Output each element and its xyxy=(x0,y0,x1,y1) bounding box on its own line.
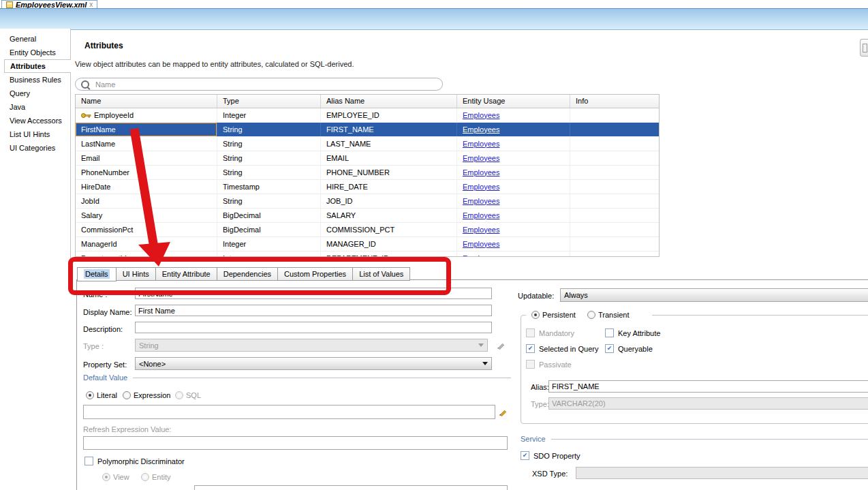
alias-label: Alias: xyxy=(531,382,549,393)
column-header-info[interactable]: Info xyxy=(570,95,659,108)
sql-radio[interactable] xyxy=(175,391,183,399)
transient-radio-label: Transient xyxy=(598,309,629,320)
attr-info xyxy=(570,237,659,251)
column-header-type[interactable]: Type xyxy=(217,95,321,108)
sidebar: General Entity Objects Attributes Busine… xyxy=(0,29,71,262)
view-radio[interactable] xyxy=(102,473,110,481)
attr-type: String xyxy=(217,137,321,151)
table-header-row: Name Type Alias Name Entity Usage Info xyxy=(76,95,659,108)
attr-alias: COMMISSION_PCT xyxy=(321,223,457,236)
table-row[interactable]: CommissionPct BigDecimal COMMISSION_PCT … xyxy=(76,223,659,237)
attr-name: PhoneNumber xyxy=(76,166,217,179)
attr-type: Integer xyxy=(217,108,321,122)
attr-info xyxy=(570,194,659,208)
entity-radio-label: Entity xyxy=(152,472,171,483)
attr-type: Timestamp xyxy=(217,180,321,194)
persistent-radio[interactable] xyxy=(531,311,540,319)
attr-alias: LAST_NAME xyxy=(321,137,457,151)
type-select[interactable]: String xyxy=(135,339,488,352)
queryable-checkbox[interactable] xyxy=(605,344,614,353)
attr-type: Integer xyxy=(217,251,321,257)
key-attribute-checkbox[interactable] xyxy=(605,328,614,337)
sidebar-item-view-accessors[interactable]: View Accessors xyxy=(4,114,70,127)
table-row[interactable]: Email String EMAIL Employees xyxy=(76,151,659,166)
panel-corner-button[interactable] xyxy=(860,39,868,57)
table-row[interactable]: EmployeeId Integer EMPLOYEE_ID Employees xyxy=(76,108,659,123)
table-row[interactable]: Salary BigDecimal SALARY Employees xyxy=(76,209,659,223)
entity-usage-link[interactable]: Employees xyxy=(463,138,499,151)
description-field[interactable] xyxy=(135,322,492,333)
alias-field[interactable] xyxy=(548,380,868,393)
sidebar-item-general[interactable]: General xyxy=(4,32,70,46)
attr-info xyxy=(570,209,659,222)
search-input[interactable] xyxy=(94,80,437,89)
table-row[interactable]: ManagerId Integer MANAGER_ID Employees xyxy=(76,237,659,251)
column-header-alias[interactable]: Alias Name xyxy=(321,95,457,108)
table-row[interactable]: DepartmentId Integer DEPARTMENT_ID Emplo… xyxy=(76,251,659,257)
attr-alias: FIRST_NAME xyxy=(321,123,457,136)
refresh-expression-field[interactable] xyxy=(83,436,508,450)
display-name-field[interactable] xyxy=(135,305,492,316)
column-header-name[interactable]: Name xyxy=(76,95,217,108)
edit-type-icon[interactable] xyxy=(496,340,506,350)
polymorphic-discriminator-checkbox[interactable] xyxy=(84,457,93,465)
table-row[interactable]: JobId String JOB_ID Employees xyxy=(76,194,659,209)
sidebar-item-ui-categories[interactable]: UI Categories xyxy=(4,141,70,155)
refresh-expression-label: Refresh Expression Value: xyxy=(83,424,171,435)
literal-radio-label: Literal xyxy=(97,390,117,401)
table-row[interactable]: PhoneNumber String PHONE_NUMBER Employee… xyxy=(76,166,659,180)
transient-radio[interactable] xyxy=(587,311,595,319)
attr-alias: EMAIL xyxy=(321,151,457,165)
table-row-selected[interactable]: FirstName String FIRST_NAME Employees xyxy=(76,123,659,137)
entity-usage-link[interactable]: Employees xyxy=(463,224,499,236)
entity-usage-link[interactable]: Employees xyxy=(463,238,499,251)
property-set-select[interactable]: <None> xyxy=(135,357,492,370)
view-radio-label: View xyxy=(113,472,129,483)
queryable-label: Queryable xyxy=(618,343,653,354)
sidebar-item-java[interactable]: Java xyxy=(4,100,70,114)
table-row[interactable]: LastName String LAST_NAME Employees xyxy=(76,137,659,151)
table-row[interactable]: HireDate Timestamp HIRE_DATE Employees xyxy=(76,180,659,194)
attr-name: Email xyxy=(76,151,217,165)
sidebar-item-business-rules[interactable]: Business Rules xyxy=(4,73,70,87)
attribute-search-box[interactable] xyxy=(75,78,443,91)
entity-usage-link[interactable]: Employees xyxy=(463,123,499,136)
updatable-select[interactable]: Always xyxy=(560,288,868,302)
entity-usage-link[interactable]: Employees xyxy=(463,252,499,258)
chevron-down-icon xyxy=(478,343,484,347)
sdo-property-checkbox[interactable] xyxy=(521,451,529,460)
attr-info xyxy=(570,251,659,257)
default-value-field[interactable] xyxy=(83,405,495,419)
attr-name: Salary xyxy=(76,209,217,222)
attributes-table: Name Type Alias Name Entity Usage Info E… xyxy=(75,94,660,257)
literal-radio[interactable] xyxy=(86,391,94,399)
sidebar-item-query[interactable]: Query xyxy=(4,87,70,100)
passivate-checkbox[interactable] xyxy=(526,360,535,369)
updatable-label: Updatable: xyxy=(518,290,554,301)
attr-info xyxy=(570,137,659,151)
attr-name: JobId xyxy=(76,194,217,208)
bottom-clipped-field[interactable] xyxy=(194,485,508,490)
expression-radio[interactable] xyxy=(123,391,131,399)
sidebar-item-entity-objects[interactable]: Entity Objects xyxy=(4,46,70,59)
entity-usage-link[interactable]: Employees xyxy=(463,166,499,179)
entity-usage-link[interactable]: Employees xyxy=(463,181,499,194)
chevron-down-icon xyxy=(482,362,488,365)
entity-radio[interactable] xyxy=(141,473,149,481)
entity-usage-link[interactable]: Employees xyxy=(463,209,499,222)
sidebar-item-list-ui-hints[interactable]: List UI Hints xyxy=(4,127,70,141)
selected-in-query-checkbox[interactable] xyxy=(526,344,535,353)
attr-type: String xyxy=(217,194,321,208)
mandatory-checkbox[interactable] xyxy=(526,328,535,337)
entity-usage-link[interactable]: Employees xyxy=(463,195,499,208)
entity-usage-link[interactable]: Employees xyxy=(463,109,499,122)
column-header-entity-usage[interactable]: Entity Usage xyxy=(457,95,570,108)
attr-type: BigDecimal xyxy=(217,209,321,222)
edit-default-value-icon[interactable] xyxy=(498,407,508,417)
attr-name: CommissionPct xyxy=(76,223,217,236)
sidebar-item-attributes[interactable]: Attributes xyxy=(4,59,71,73)
close-icon[interactable]: x xyxy=(89,1,93,8)
attr-name: LastName xyxy=(76,137,217,151)
attr-name: EmployeeId xyxy=(94,109,134,122)
entity-usage-link[interactable]: Employees xyxy=(463,152,499,165)
